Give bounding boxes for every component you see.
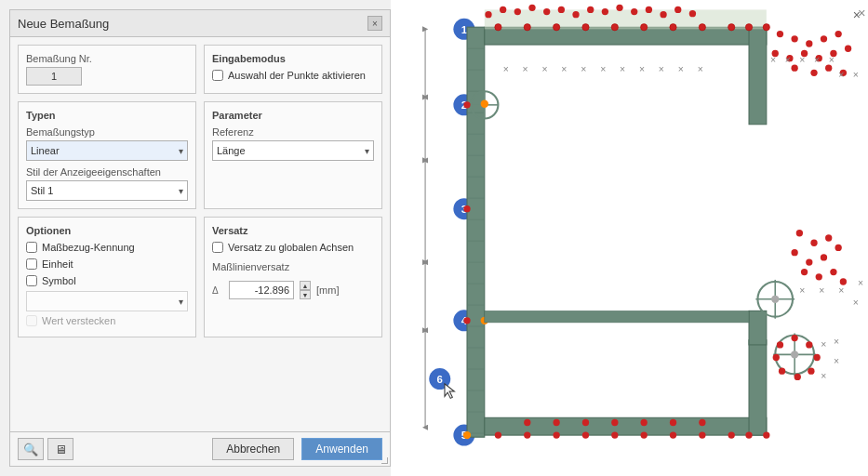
svg-point-131 [553,431,559,438]
svg-point-145 [524,419,530,426]
versatz-value-input[interactable] [229,281,294,299]
svg-point-79 [587,7,594,13]
svg-point-135 [670,431,676,438]
svg-text:×: × [581,64,586,74]
resize-handle[interactable] [381,456,390,466]
svg-point-70 [825,64,832,71]
svg-point-86 [689,10,696,17]
svg-point-48 [553,24,559,31]
svg-text:×: × [821,371,826,381]
svg-point-142 [463,205,470,212]
symbol-label: Symbol [42,275,76,286]
svg-point-130 [524,431,530,438]
svg-point-119 [791,249,797,256]
svg-text:×: × [799,55,805,65]
svg-point-90 [481,100,488,108]
svg-point-76 [543,8,550,15]
svg-point-139 [763,431,769,438]
svg-point-161 [808,367,814,374]
svg-point-58 [791,35,797,42]
bemassungstyp-label: Bemaßungstyp [26,126,188,138]
wert-select-wrapper [26,291,188,311]
svg-point-113 [796,230,803,236]
bemassungstyp-select-wrapper: Linear [26,140,188,161]
svg-text:×: × [600,64,606,74]
anwenden-button[interactable]: Anwenden [301,438,382,460]
display-icon-button[interactable]: 🖥 [47,438,73,460]
svg-point-160 [814,354,821,361]
row-bemassungnr-eingabemodus: Bemaßung Nr. Eingabemodus Auswahl der Pu… [18,45,382,94]
referenz-select[interactable]: Länge [212,140,374,161]
versatz-global-checkbox[interactable] [212,242,223,253]
svg-point-74 [514,8,521,15]
versatz-global-label: Versatz zu globalen Achsen [228,242,354,253]
svg-text:×: × [659,64,664,74]
einheit-row: Einheit [26,258,188,270]
wert-verstecken-checkbox[interactable] [26,315,37,326]
svg-text:×: × [770,55,776,65]
masslinie-label: Maßlinienversatz [212,261,374,272]
svg-point-82 [631,8,637,15]
left-panel: Neue Bemaßung × Bemaßung Nr. Eingabemodu… [9,9,391,467]
versatz-spinner: ▲ ▼ [300,281,311,299]
eingabemodus-section: Eingabemodus Auswahl der Punkte aktivier… [204,45,382,94]
svg-point-158 [791,335,797,341]
spinner-up-button[interactable]: ▲ [300,281,311,290]
panel-titlebar: Neue Bemaßung × [10,10,390,37]
referenz-label: Referenz [212,126,374,138]
svg-text:×: × [821,339,826,350]
svg-text:×: × [561,64,567,74]
einheit-label: Einheit [42,258,73,270]
svg-point-78 [572,11,579,18]
svg-text:×: × [834,337,839,347]
delta-symbol: Δ [212,285,223,296]
spinner-down-button[interactable]: ▼ [300,290,311,299]
bemassungnr-input[interactable] [26,67,82,86]
svg-rect-42 [749,27,767,124]
svg-text:×: × [829,55,835,65]
search-icon-button[interactable]: 🔍 [18,438,44,460]
parameter-section: Parameter Referenz Länge [204,101,382,209]
canvas-close-button[interactable]: × [853,7,861,22]
svg-point-50 [611,24,618,31]
svg-point-137 [728,431,735,438]
svg-point-47 [524,24,530,31]
versatz-unit: [mm] [316,284,339,296]
svg-point-150 [670,419,676,426]
svg-point-49 [582,24,589,31]
svg-rect-152 [485,311,749,323]
svg-point-164 [773,354,780,361]
svg-point-140 [463,431,471,439]
stil-select[interactable]: Stil 1 [26,180,188,201]
svg-point-51 [641,24,648,31]
svg-point-77 [558,7,565,13]
svg-text:×: × [523,64,528,74]
bemassungnr-label: Bemaßung Nr. [26,53,188,64]
panel-title: Neue Bemaßung [18,17,109,31]
abbrechen-button[interactable]: Abbrechen [212,438,294,460]
svg-point-55 [745,24,752,31]
wert-row [26,291,188,311]
symbol-checkbox[interactable] [26,275,37,286]
svg-rect-43 [749,340,767,435]
svg-text:×: × [858,278,863,288]
svg-text:×: × [838,70,844,80]
stil-select-wrapper: Stil 1 [26,180,188,201]
massbezug-row: Maßbezug-Kennung [26,242,188,253]
svg-point-52 [670,24,676,31]
versatz-global-row: Versatz zu globalen Achsen [212,242,374,253]
bemassungstyp-select[interactable]: Linear [26,140,188,161]
eingabemodus-checkbox[interactable] [212,70,223,81]
svg-point-56 [763,24,769,31]
typen-section: Typen Bemaßungstyp Linear Stil der Anzei… [18,101,196,209]
svg-point-59 [806,40,812,46]
wert-select[interactable] [26,291,188,311]
svg-point-149 [641,419,648,426]
svg-text:×: × [503,64,509,74]
svg-point-94 [771,296,779,303]
massbezug-checkbox[interactable] [26,242,37,253]
panel-close-button[interactable]: × [367,16,382,31]
einheit-checkbox[interactable] [26,258,37,270]
svg-text:×: × [620,64,625,74]
typen-label: Typen [26,110,188,121]
